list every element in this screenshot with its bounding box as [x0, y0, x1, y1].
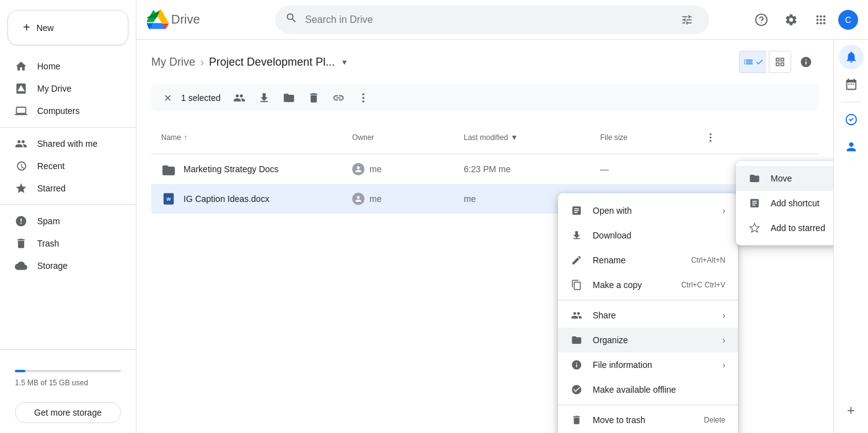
- menu-item-trash[interactable]: Move to trash Delete: [558, 408, 738, 432]
- sidebar-item-spam-label: Spam: [37, 216, 60, 226]
- folder-icon: [161, 162, 176, 177]
- sidebar-item-my-drive-label: My Drive: [37, 84, 71, 94]
- selection-toolbar: ✕ 1 selected: [151, 84, 818, 112]
- download-icon: [570, 229, 583, 242]
- share-arrow-icon: ›: [722, 310, 725, 320]
- drive-logo-icon: [146, 9, 169, 31]
- sidebar-item-starred[interactable]: Starred: [0, 177, 126, 199]
- search-icon: [285, 12, 298, 27]
- submenu-item-add-shortcut[interactable]: Add shortcut Ctrl+Alt+R: [736, 191, 833, 216]
- sidebar-item-spam[interactable]: Spam: [0, 210, 126, 232]
- owner-name: me: [370, 194, 381, 204]
- user-avatar[interactable]: C: [838, 10, 858, 30]
- get-more-storage-button[interactable]: Get more storage: [15, 402, 121, 423]
- move-to-button[interactable]: [278, 87, 300, 109]
- submenu-arrow-icon: ›: [722, 206, 725, 216]
- file-size: —: [590, 154, 689, 185]
- svg-text:W: W: [167, 196, 171, 202]
- apps-button[interactable]: [808, 7, 833, 32]
- sidebar-item-shared[interactable]: Shared with me: [0, 133, 126, 155]
- svg-point-6: [710, 137, 712, 139]
- search-filter-button[interactable]: [675, 7, 699, 32]
- shared-icon: [15, 138, 27, 150]
- grid-view-button[interactable]: [769, 51, 791, 73]
- row-more-button[interactable]: [699, 159, 719, 179]
- menu-item-file-info[interactable]: File information ›: [558, 352, 738, 377]
- table-row[interactable]: Marketing Strategy Docs me 6:23 PM: [151, 154, 818, 185]
- svg-point-5: [710, 133, 712, 135]
- calendar-button[interactable]: [839, 72, 864, 97]
- copy-link-button[interactable]: [327, 87, 350, 109]
- menu-item-organize[interactable]: Organize ›: [558, 328, 738, 352]
- rename-shortcut: Ctrl+Alt+N: [691, 256, 725, 265]
- owner-avatar: [352, 193, 365, 205]
- menu-label-share: Share: [593, 310, 616, 320]
- menu-item-open-with[interactable]: Open with ›: [558, 198, 738, 223]
- new-button[interactable]: + New: [7, 10, 128, 45]
- tasks-button[interactable]: [839, 107, 864, 132]
- add-starred-icon: [748, 222, 761, 234]
- menu-item-offline[interactable]: Make available offline: [558, 377, 738, 402]
- copy-shortcut: Ctrl+C Ctrl+V: [681, 281, 725, 289]
- search-input[interactable]: [305, 14, 667, 25]
- trash-icon: [15, 237, 27, 250]
- clear-selection-button[interactable]: ✕: [156, 87, 179, 109]
- list-view-button[interactable]: [739, 51, 766, 73]
- download-toolbar-button[interactable]: [253, 87, 275, 109]
- menu-item-make-copy[interactable]: Make a copy Ctrl+C Ctrl+V: [558, 273, 738, 297]
- content-area: My Drive › Project Development Pl... ▾: [136, 40, 868, 433]
- logo-area: Drive: [146, 9, 270, 31]
- breadcrumb-parent[interactable]: My Drive: [151, 56, 195, 69]
- more-toolbar-button[interactable]: [352, 87, 374, 109]
- organize-submenu: Move Ctrl+Alt+M Add shortcut Ctrl+Alt+R …: [736, 161, 833, 245]
- notifications-button[interactable]: [839, 45, 864, 69]
- sidebar-item-home[interactable]: Home: [0, 55, 126, 77]
- file-owner-cell: me: [352, 163, 444, 175]
- trash-shortcut: Delete: [704, 416, 725, 424]
- svg-point-10: [709, 172, 711, 173]
- selected-count-text: 1 selected: [181, 93, 221, 103]
- organize-icon: [570, 334, 583, 346]
- menu-label-download: Download: [593, 230, 631, 240]
- search-bar[interactable]: [275, 6, 709, 34]
- menu-label-make-copy: Make a copy: [593, 280, 642, 290]
- add-panel-button[interactable]: +: [839, 398, 864, 423]
- shortcut-icon: [748, 197, 761, 209]
- storage-info: 1.5 MB of 15 GB used: [0, 355, 136, 397]
- context-menu: Open with › Download Rename Ctrl+Alt+N: [558, 193, 738, 433]
- file-area: My Drive › Project Development Pl... ▾: [136, 40, 833, 433]
- svg-point-4: [362, 100, 364, 102]
- owner-name: me: [370, 164, 381, 174]
- sidebar-item-recent[interactable]: Recent: [0, 155, 126, 177]
- menu-item-download[interactable]: Download: [558, 223, 738, 248]
- menu-item-share[interactable]: Share ›: [558, 303, 738, 328]
- breadcrumb: My Drive › Project Development Pl... ▾: [151, 50, 818, 74]
- sidebar-item-my-drive[interactable]: My Drive: [0, 77, 126, 100]
- col-header-modified: Last modified ▼: [454, 121, 590, 154]
- file-modified: 6:23 PM me: [454, 154, 590, 185]
- share-toolbar-button[interactable]: [228, 87, 250, 109]
- submenu-item-move[interactable]: Move Ctrl+Alt+M: [736, 166, 833, 191]
- help-center-button[interactable]: [749, 7, 774, 32]
- starred-icon: [15, 182, 27, 195]
- recent-icon: [15, 160, 27, 172]
- settings-button[interactable]: [779, 7, 804, 32]
- menu-item-rename[interactable]: Rename Ctrl+Alt+N: [558, 248, 738, 273]
- submenu-item-add-starred[interactable]: Add to starred Ctrl+Alt+S: [736, 216, 833, 240]
- breadcrumb-current: Project Development Pl...: [209, 56, 335, 69]
- sidebar-item-home-label: Home: [37, 61, 60, 71]
- menu-label-offline: Make available offline: [593, 385, 676, 395]
- delete-toolbar-button[interactable]: [303, 87, 325, 109]
- sidebar-item-storage[interactable]: Storage: [0, 255, 126, 277]
- column-options-button[interactable]: [699, 126, 722, 149]
- menu-label-organize: Organize: [593, 335, 628, 345]
- right-panel: +: [833, 40, 868, 433]
- col-header-owner: Owner: [342, 121, 454, 154]
- computers-icon: [15, 105, 27, 117]
- sidebar-item-trash[interactable]: Trash: [0, 232, 126, 255]
- info-button[interactable]: [794, 50, 818, 74]
- contacts-button[interactable]: [839, 134, 864, 159]
- sidebar-item-computers[interactable]: Computers: [0, 100, 126, 122]
- breadcrumb-dropdown-icon[interactable]: ▾: [342, 57, 347, 67]
- sidebar-item-storage-label: Storage: [37, 261, 68, 271]
